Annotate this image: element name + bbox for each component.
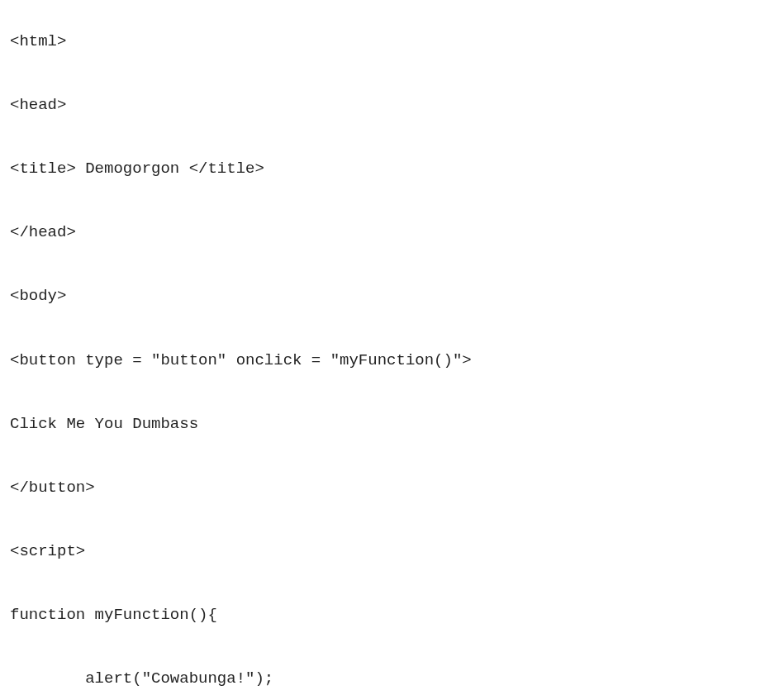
- code-line: Click Me You Dumbass: [10, 413, 774, 436]
- code-line: <html>: [10, 31, 774, 53]
- code-line: alert("Cowabunga!");: [10, 668, 774, 690]
- code-line: <title> Demogorgon </title>: [10, 158, 774, 180]
- code-line: <head>: [10, 94, 774, 117]
- code-line: </button>: [10, 477, 774, 499]
- code-line: <body>: [10, 285, 774, 307]
- code-line: <button type = "button" onclick = "myFun…: [10, 350, 774, 372]
- code-line: </head>: [10, 221, 774, 244]
- code-line: function myFunction(){: [10, 604, 774, 626]
- code-line: <script>: [10, 540, 774, 563]
- code-snippet: <html> <head> <title> Demogorgon </title…: [10, 8, 774, 695]
